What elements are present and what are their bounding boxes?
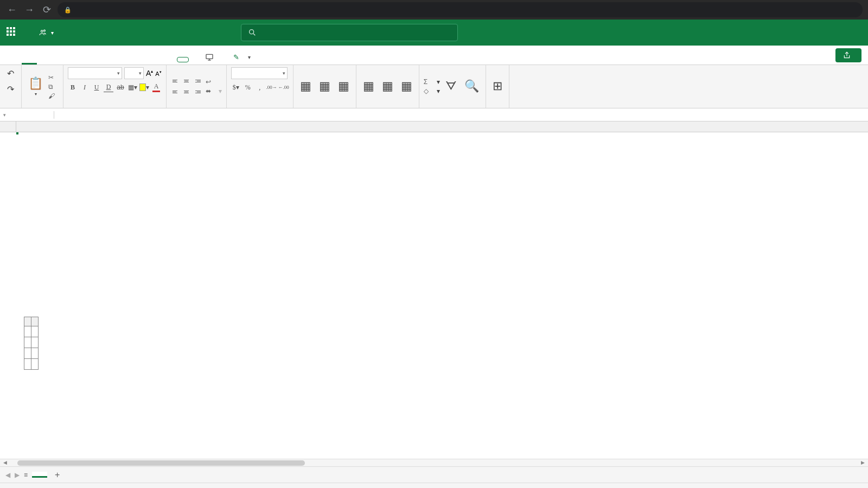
- name-box[interactable]: [0, 111, 54, 119]
- group-label-tables: [298, 106, 352, 107]
- shrink-font-button[interactable]: A▾: [155, 70, 161, 77]
- quotation-table[interactable]: [24, 317, 39, 370]
- back-button[interactable]: ←: [5, 3, 18, 16]
- tab-file[interactable]: [7, 55, 22, 65]
- formula-input[interactable]: [63, 114, 868, 116]
- add-sheet-button[interactable]: +: [52, 470, 63, 480]
- analyze-data-button[interactable]: ⊞: [490, 78, 505, 95]
- cell-amount[interactable]: [31, 326, 39, 337]
- percent-button[interactable]: %: [243, 82, 253, 92]
- group-label-clipboard: [26, 106, 59, 107]
- increase-decimal-button[interactable]: .00→: [267, 82, 277, 92]
- borders-button[interactable]: ▦▾: [127, 82, 137, 92]
- scroll-thumb[interactable]: [17, 460, 305, 466]
- cut-button[interactable]: ✂: [48, 74, 59, 81]
- group-label-editing: [424, 106, 481, 107]
- tab-insert[interactable]: [37, 55, 52, 65]
- search-box[interactable]: [241, 24, 458, 41]
- scissors-icon: ✂: [48, 74, 56, 81]
- all-sheets-button[interactable]: ≡: [24, 471, 28, 479]
- address-bar[interactable]: 🔒: [58, 2, 863, 17]
- scroll-left-icon[interactable]: ◀: [3, 460, 7, 465]
- conditional-formatting-button[interactable]: ▦: [298, 78, 314, 95]
- horizontal-scrollbar[interactable]: ◀ ▶: [0, 459, 868, 466]
- editing-mode-button[interactable]: ✎ ▾: [233, 53, 251, 65]
- cell-description[interactable]: [24, 326, 31, 337]
- scroll-right-icon[interactable]: ▶: [861, 460, 865, 465]
- italic-button[interactable]: I: [80, 82, 90, 92]
- delete-cells-button[interactable]: ▦: [380, 78, 395, 95]
- column-headers[interactable]: [16, 121, 868, 132]
- tab-review[interactable]: [113, 55, 128, 65]
- share-icon: [843, 52, 851, 59]
- cell-styles-button[interactable]: ▦: [336, 78, 352, 95]
- table-row[interactable]: [24, 348, 39, 359]
- insert-cells-button[interactable]: ▦: [361, 78, 376, 95]
- app-launcher-icon[interactable]: [7, 27, 17, 38]
- sheet-tab-bar: ◀ ▶ ≡ +: [0, 466, 868, 483]
- paste-button[interactable]: 📋 ▾: [26, 75, 45, 98]
- tab-table-design[interactable]: [177, 57, 189, 62]
- font-size-select[interactable]: [124, 67, 144, 79]
- sheet-tab-quotation[interactable]: [32, 472, 47, 478]
- group-label-number: [231, 106, 289, 107]
- alignment-grid[interactable]: [171, 76, 202, 97]
- forward-button[interactable]: →: [23, 3, 36, 16]
- find-icon: 🔍: [464, 79, 479, 93]
- document-name[interactable]: [37, 29, 47, 36]
- format-cells-button[interactable]: ▦: [399, 78, 414, 95]
- svg-rect-4: [206, 54, 213, 59]
- find-select-button[interactable]: 🔍: [462, 78, 481, 95]
- grow-font-button[interactable]: A▴: [146, 69, 153, 78]
- tab-help[interactable]: [158, 55, 174, 65]
- sort-icon: ᗊ: [445, 79, 457, 93]
- sort-filter-button[interactable]: ᗊ: [443, 78, 459, 95]
- format-painter-button[interactable]: 🖌: [48, 92, 59, 100]
- redo-button[interactable]: ↷: [5, 83, 16, 95]
- currency-button[interactable]: $▾: [231, 82, 241, 92]
- svg-point-1: [43, 30, 45, 31]
- format-icon: ▦: [401, 79, 412, 93]
- format-as-table-button[interactable]: ▦: [317, 78, 333, 95]
- tab-view[interactable]: [128, 55, 143, 65]
- eraser-icon: ◇: [424, 87, 431, 95]
- table-row[interactable]: [24, 337, 39, 348]
- copy-button[interactable]: ⧉: [48, 83, 59, 91]
- save-status: ▾: [49, 30, 54, 36]
- clear-button[interactable]: ◇ ▾: [424, 87, 440, 95]
- open-in-desktop-button[interactable]: [205, 53, 217, 65]
- autosum-button[interactable]: Σ ▾: [424, 78, 440, 86]
- fat-icon: ▦: [319, 79, 330, 93]
- tab-page-layout[interactable]: [67, 55, 82, 65]
- tab-automate[interactable]: [143, 55, 158, 65]
- tab-formulas[interactable]: [82, 55, 98, 65]
- share-button[interactable]: [835, 48, 861, 62]
- cf-icon: ▦: [300, 79, 311, 93]
- decrease-decimal-button[interactable]: ←.00: [279, 82, 289, 92]
- search-icon: [248, 28, 257, 37]
- sheet-next-button[interactable]: ▶: [15, 471, 20, 479]
- table-row[interactable]: [24, 326, 39, 337]
- font-name-select[interactable]: [68, 67, 122, 79]
- select-all-corner[interactable]: [0, 121, 16, 132]
- strikethrough-button[interactable]: ab: [116, 82, 125, 92]
- double-underline-button[interactable]: D: [104, 82, 113, 92]
- number-format-select[interactable]: [231, 67, 288, 79]
- tab-data[interactable]: [98, 55, 113, 65]
- wrap-text-button[interactable]: ↩: [206, 78, 222, 86]
- bold-button[interactable]: B: [68, 82, 78, 92]
- table-row[interactable]: [24, 359, 39, 370]
- undo-button[interactable]: ↶: [5, 67, 16, 80]
- fill-color-button[interactable]: ▾: [139, 82, 149, 92]
- font-color-button[interactable]: A: [151, 82, 161, 92]
- sheet-prev-button[interactable]: ◀: [5, 471, 10, 479]
- copy-icon: ⧉: [48, 83, 56, 91]
- reload-button[interactable]: ⟳: [40, 3, 53, 16]
- spreadsheet-grid[interactable]: [0, 121, 868, 459]
- tab-draw[interactable]: [52, 55, 67, 65]
- underline-button[interactable]: U: [92, 82, 101, 92]
- tab-home[interactable]: [22, 55, 37, 65]
- sigma-icon: Σ: [424, 78, 431, 86]
- comma-button[interactable]: ,: [255, 82, 265, 92]
- ribbon: ↶ ↷ 📋 ▾ ✂ ⧉ 🖌 A▴ A▾: [0, 65, 868, 108]
